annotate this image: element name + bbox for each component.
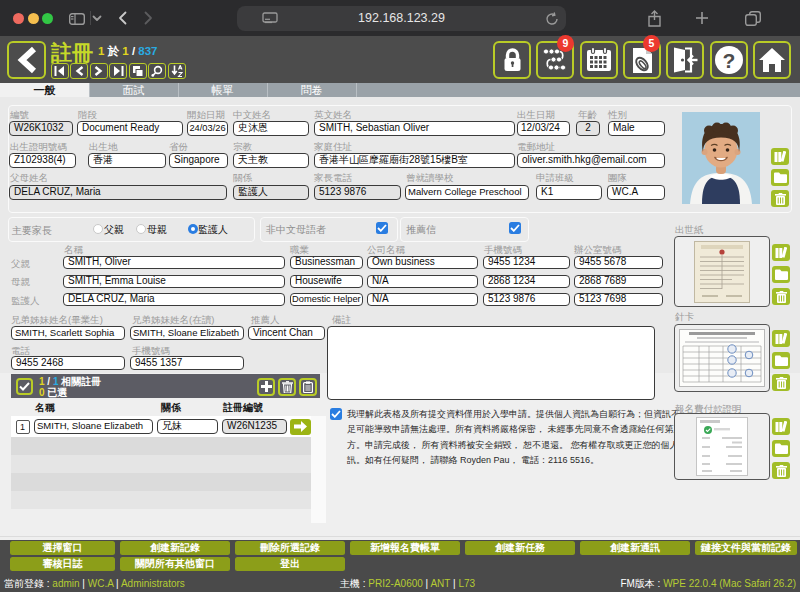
svg-text:?: ? bbox=[722, 49, 735, 72]
